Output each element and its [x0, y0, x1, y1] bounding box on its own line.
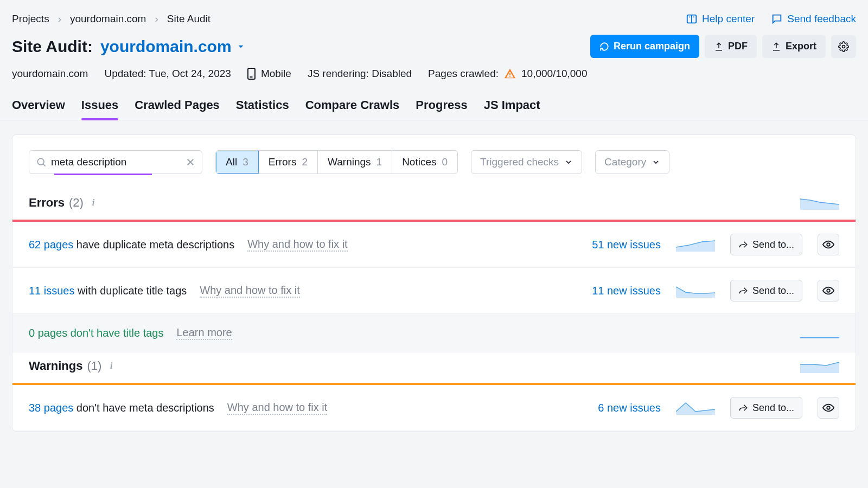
category-dropdown[interactable]: Category	[595, 150, 669, 174]
new-issues-link[interactable]: 6 new issues	[598, 402, 661, 414]
gear-icon	[838, 41, 849, 52]
fix-link[interactable]: Why and how to fix it	[200, 284, 300, 298]
sparkline	[800, 196, 839, 210]
issue-count-link[interactable]: 11 issues	[29, 285, 75, 297]
rerun-label: Rerun campaign	[614, 41, 690, 52]
sparkline	[800, 326, 839, 340]
send-to-button[interactable]: Send to...	[730, 397, 802, 419]
issue-row: 11 issues with duplicate title tags Why …	[12, 268, 856, 314]
settings-button[interactable]	[831, 35, 856, 58]
chevron-down-icon	[236, 42, 246, 52]
issue-count-link[interactable]: 38 pages	[29, 402, 73, 414]
sparkline	[676, 237, 715, 252]
svg-point-10	[827, 289, 830, 292]
svg-point-4	[843, 45, 845, 48]
eye-icon	[822, 402, 834, 414]
meta-domain: yourdomain.com	[12, 68, 88, 80]
svg-line-6	[43, 164, 46, 166]
tab-progress[interactable]: Progress	[416, 98, 467, 120]
tab-js-impact[interactable]: JS Impact	[484, 98, 540, 120]
chevron-down-icon	[652, 158, 660, 166]
fix-link[interactable]: Why and how to fix it	[247, 238, 348, 252]
rerun-campaign-button[interactable]: Rerun campaign	[590, 35, 699, 58]
issue-text: don't have title tags	[67, 327, 163, 339]
fix-link[interactable]: Why and how to fix it	[227, 401, 328, 415]
arrow-redo-icon	[738, 286, 748, 296]
learn-more-link[interactable]: Learn more	[176, 326, 232, 340]
upload-icon	[714, 42, 724, 52]
issues-card: All3 Errors2 Warnings1 Notices0 Triggere…	[12, 134, 856, 432]
svg-point-9	[827, 243, 830, 246]
bc-projects[interactable]: Projects	[12, 13, 49, 25]
send-feedback-link[interactable]: Send feedback	[771, 13, 856, 25]
tab-bar: Overview Issues Crawled Pages Statistics…	[0, 80, 868, 120]
warning-icon	[504, 68, 516, 80]
send-to-button[interactable]: Send to...	[730, 234, 802, 255]
info-icon[interactable]: i	[106, 361, 117, 371]
triggered-checks-dropdown[interactable]: Triggered checks	[471, 150, 582, 174]
chevron-right-icon: ›	[155, 13, 158, 25]
seg-all[interactable]: All3	[216, 151, 259, 174]
svg-point-12	[827, 406, 830, 409]
export-label: Export	[786, 41, 816, 52]
issue-count-zero: 0 pages	[29, 327, 67, 339]
svg-point-5	[37, 158, 44, 165]
meta-device: Mobile	[247, 68, 291, 80]
close-icon[interactable]	[186, 157, 195, 167]
chevron-right-icon: ›	[58, 13, 61, 25]
pdf-label: PDF	[728, 41, 748, 52]
eye-icon	[822, 239, 834, 251]
seg-notices[interactable]: Notices0	[392, 151, 457, 174]
send-feedback-label: Send feedback	[787, 13, 856, 25]
bc-domain[interactable]: yourdomain.com	[70, 13, 146, 25]
view-button[interactable]	[818, 280, 839, 301]
info-icon[interactable]: i	[88, 197, 99, 208]
mobile-icon	[247, 68, 256, 80]
domain-name: yourdomain.com	[100, 37, 232, 56]
eye-icon	[822, 285, 834, 297]
domain-selector[interactable]: yourdomain.com	[100, 37, 246, 56]
tab-statistics[interactable]: Statistics	[236, 98, 289, 120]
tab-overview[interactable]: Overview	[12, 98, 65, 120]
search-box[interactable]	[29, 150, 202, 174]
view-button[interactable]	[818, 397, 839, 419]
issue-text: with duplicate title tags	[75, 285, 187, 297]
pdf-button[interactable]: PDF	[705, 35, 757, 58]
breadcrumb: Projects › yourdomain.com › Site Audit	[12, 13, 210, 25]
view-button[interactable]	[818, 234, 839, 255]
issue-text: have duplicate meta descriptions	[73, 239, 234, 251]
warnings-section-title: Warnings (1) i	[29, 359, 117, 373]
issue-count-link[interactable]: 62 pages	[29, 239, 73, 251]
upload-icon	[771, 42, 781, 52]
issue-row: 62 pages have duplicate meta description…	[12, 222, 856, 268]
seg-warnings[interactable]: Warnings1	[318, 151, 392, 174]
bc-site-audit[interactable]: Site Audit	[167, 13, 210, 25]
meta-js: JS rendering: Disabled	[308, 68, 412, 80]
meta-pages: Pages crawled: 10,000/10,000	[428, 68, 587, 80]
export-button[interactable]: Export	[762, 35, 826, 58]
send-to-button[interactable]: Send to...	[730, 280, 802, 301]
issue-text: don't have meta descriptions	[73, 402, 214, 414]
search-icon	[36, 157, 47, 168]
severity-filter: All3 Errors2 Warnings1 Notices0	[215, 150, 458, 174]
issue-row: 38 pages don't have meta descriptions Wh…	[12, 385, 856, 431]
arrow-redo-icon	[738, 240, 748, 249]
sparkline	[676, 284, 715, 298]
search-input[interactable]	[51, 156, 181, 168]
chevron-down-icon	[564, 158, 573, 166]
page-title: Site Audit:	[12, 37, 93, 56]
tab-compare-crawls[interactable]: Compare Crawls	[305, 98, 400, 120]
sparkline	[676, 401, 715, 415]
seg-errors[interactable]: Errors2	[259, 151, 318, 174]
issue-row: 0 pages don't have title tags Learn more	[12, 314, 856, 352]
tab-crawled-pages[interactable]: Crawled Pages	[135, 98, 220, 120]
chat-icon	[771, 13, 783, 25]
help-center-link[interactable]: Help center	[686, 13, 755, 25]
help-center-label: Help center	[702, 13, 755, 25]
arrow-redo-icon	[738, 403, 748, 413]
tab-issues[interactable]: Issues	[81, 98, 119, 120]
book-icon	[686, 13, 698, 25]
new-issues-link[interactable]: 51 new issues	[592, 239, 661, 251]
new-issues-link[interactable]: 11 new issues	[592, 285, 661, 297]
meta-updated: Updated: Tue, Oct 24, 2023	[104, 68, 231, 80]
